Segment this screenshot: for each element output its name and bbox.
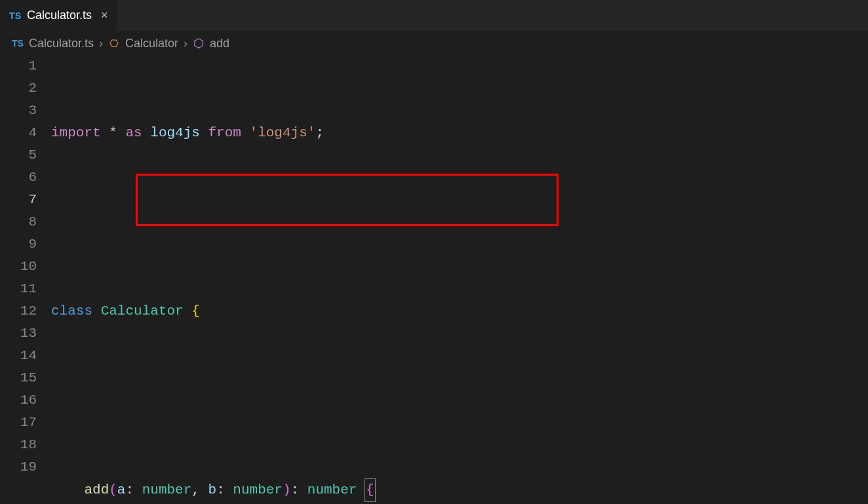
line-number: 18 [0, 434, 37, 456]
editor-tab[interactable]: TS Calculator.ts × [0, 0, 117, 31]
symbol-method-icon [193, 37, 205, 49]
breadcrumb-method[interactable]: add [210, 37, 229, 50]
line-number: 13 [0, 322, 37, 345]
line-number-gutter: 1 2 3 4 5 6 7 8 9 10 11 12 13 14 15 16 1… [0, 55, 51, 504]
symbol-class-icon [108, 37, 120, 49]
line-number: 15 [0, 367, 37, 389]
line-number: 19 [0, 456, 37, 478]
line-number: 12 [0, 300, 37, 322]
code-line[interactable]: import * as log4js from 'log4js'; [51, 122, 868, 144]
chevron-right-icon: › [99, 37, 103, 50]
code-editor[interactable]: 1 2 3 4 5 6 7 8 9 10 11 12 13 14 15 16 1… [0, 55, 868, 504]
line-number: 16 [0, 389, 37, 412]
code-line[interactable] [51, 389, 868, 412]
close-icon[interactable]: × [101, 9, 108, 22]
line-number: 2 [0, 77, 37, 100]
typescript-icon: TS [9, 10, 22, 21]
line-number: 7 [0, 189, 37, 211]
chevron-right-icon: › [184, 37, 187, 50]
breadcrumb-class[interactable]: Calculator [125, 37, 178, 50]
line-number: 10 [0, 256, 37, 278]
line-number: 3 [0, 100, 37, 122]
line-number: 17 [0, 412, 37, 434]
line-number: 14 [0, 345, 37, 367]
code-line[interactable] [51, 211, 868, 233]
tab-bar: TS Calculator.ts × [0, 0, 868, 31]
code-area[interactable]: import * as log4js from 'log4js'; class … [51, 55, 868, 504]
line-number: 5 [0, 144, 37, 166]
code-line[interactable]: add(a: number, b: number): number { [51, 478, 868, 501]
breadcrumb-file[interactable]: Calculator.ts [29, 37, 94, 50]
line-number: 1 [0, 55, 37, 77]
line-number: 11 [0, 278, 37, 300]
typescript-icon: TS [12, 38, 24, 48]
line-number: 9 [0, 233, 37, 256]
line-number: 4 [0, 122, 37, 144]
code-line[interactable]: class Calculator { [51, 300, 868, 322]
line-number: 6 [0, 166, 37, 189]
breadcrumb[interactable]: TS Calculator.ts › Calculator › add [0, 31, 868, 55]
line-number: 8 [0, 211, 37, 233]
tab-filename: Calculator.ts [27, 9, 92, 22]
